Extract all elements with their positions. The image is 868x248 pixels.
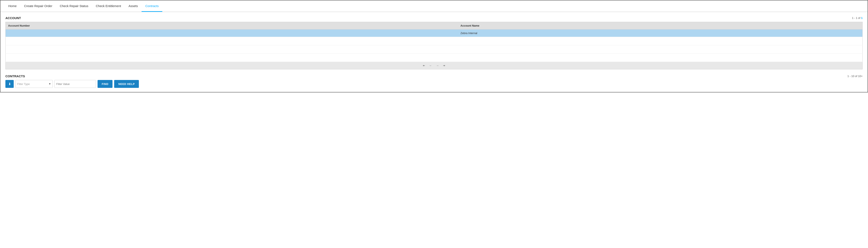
first-page-button[interactable]: ↞ [422,63,426,67]
account-section-title: ACCOUNT [5,16,21,20]
account-empty-row-1 [6,37,863,45]
account-pagination-total: 1 [861,17,863,20]
col-account-number: Account Number [6,22,458,29]
contracts-pagination-info: 1 - 10 of 10+ [847,75,863,78]
account-table-footer: ↞ ← → ↠ [5,62,863,70]
col-account-name: Account Name [458,22,863,29]
contracts-section: CONTRACTS 1 - 10 of 10+ ⬇ Filter Type ▼ … [5,74,863,88]
find-button[interactable]: FIND [98,80,113,88]
account-table-row[interactable]: Zebra Internal [6,29,863,37]
account-number-cell [6,29,458,37]
account-pagination-info: 1 - 1 of 1 [852,17,863,20]
nav-item-check-repair-status[interactable]: Check Repair Status [56,1,92,12]
download-icon: ⬇ [8,82,11,86]
nav-item-assets[interactable]: Assets [125,1,142,12]
nav-item-create-repair-order[interactable]: Create Repair Order [20,1,56,12]
account-empty-row-3 [6,54,863,62]
account-table-header-row: Account Number Account Name [6,22,863,29]
download-button[interactable]: ⬇ [5,80,14,88]
contracts-section-title: CONTRACTS [5,74,25,78]
contracts-section-header: CONTRACTS 1 - 10 of 10+ [5,74,863,78]
filter-value-input[interactable] [54,80,96,88]
nav-item-home[interactable]: Home [5,1,20,12]
main-content: ACCOUNT 1 - 1 of 1 Account Number Accoun… [0,12,868,92]
prev-page-button[interactable]: ← [428,63,433,67]
nav-item-contracts[interactable]: Contracts [142,1,162,12]
need-help-button[interactable]: NEED HELP [114,80,139,88]
account-name-cell: Zebra Internal [458,29,863,37]
nav-item-check-entitlement[interactable]: Check Entitlement [92,1,125,12]
account-table: Account Number Account Name Zebra Intern… [5,22,863,62]
filter-type-wrapper: Filter Type ▼ [16,80,53,88]
contracts-toolbar: ⬇ Filter Type ▼ FIND NEED HELP [5,80,863,88]
next-page-button[interactable]: → [435,63,440,67]
account-pagination-range: 1 - 1 of [852,17,861,20]
last-page-button[interactable]: ↠ [442,63,446,67]
account-section-header: ACCOUNT 1 - 1 of 1 [5,16,863,20]
top-navigation: Home Create Repair Order Check Repair St… [0,0,868,12]
account-empty-row-2 [6,45,863,54]
filter-type-select[interactable]: Filter Type [16,80,53,88]
